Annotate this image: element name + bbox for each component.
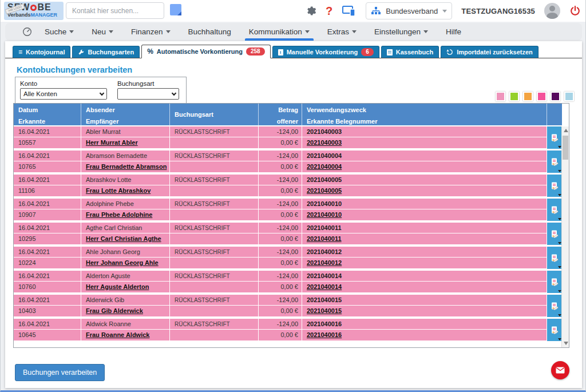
- legend-color-swatch[interactable]: [537, 92, 547, 101]
- edit-booking-button[interactable]: [547, 199, 562, 221]
- chevron-down-icon: [352, 30, 357, 33]
- edit-booking-button[interactable]: [547, 126, 562, 149]
- settings-gear-icon[interactable]: [305, 5, 316, 17]
- personennr-cell: 10295: [14, 233, 81, 244]
- person-link[interactable]: Frau Gib Alderwick: [86, 307, 143, 314]
- organization-selector: Bundesverband: [366, 2, 452, 19]
- tab-kontojournal[interactable]: ≡ Kontojournal: [13, 46, 70, 58]
- devices-icon[interactable]: [342, 5, 357, 17]
- belegnummer-cell: 2021040016: [302, 330, 547, 340]
- edit-booking-button[interactable]: [547, 295, 562, 317]
- belegnummer-cell: 2021040003: [302, 137, 547, 148]
- table-record: 16.04.2021 Abrashkov Lotte RÜCKLASTSCHRI…: [14, 175, 562, 196]
- note-icon[interactable]: [170, 4, 181, 15]
- record-row-2: 10557 Herr Murrat Abler 0,00 € 202104000…: [14, 137, 562, 148]
- konto-select[interactable]: Alle Konten: [20, 88, 107, 100]
- book-icon: [387, 49, 393, 56]
- person-link[interactable]: Herr Aguste Alderton: [86, 283, 149, 290]
- belegnummer-link[interactable]: 2021040016: [307, 331, 342, 338]
- betrag-cell: -124,00: [259, 295, 302, 305]
- contact-search: [66, 2, 164, 19]
- email-fab-button[interactable]: [551, 361, 569, 379]
- table-record: 16.04.2021 Abler Murrat RÜCKLASTSCHRIFT …: [14, 126, 562, 148]
- org-select[interactable]: Bundesverband: [386, 7, 447, 15]
- verwendungszweck-cell: 2021040016: [302, 319, 547, 329]
- table-record: 16.04.2021 Alderwick Gib RÜCKLASTSCHRIFT…: [14, 295, 562, 316]
- person-link[interactable]: Herr Murrat Abler: [86, 139, 138, 146]
- avatar[interactable]: [544, 3, 560, 19]
- menu-finanzen[interactable]: Finanzen: [126, 23, 176, 41]
- betrag-cell: -124,00: [259, 175, 302, 185]
- logout-power-icon[interactable]: [569, 5, 581, 17]
- legend-color-swatch[interactable]: [496, 92, 505, 101]
- record-row-2: 10403 Frau Gib Alderwick 0,00 € 20210400…: [14, 306, 562, 316]
- empfaenger-cell: Frau Roanne Aldwick: [81, 330, 170, 340]
- datum-cell: 16.04.2021: [14, 223, 81, 233]
- org-tree-icon[interactable]: [371, 6, 381, 15]
- chevron-down-icon: [100, 90, 104, 95]
- legend-color-swatch[interactable]: [564, 92, 574, 101]
- belegnummer-link[interactable]: 2021040003: [307, 139, 342, 146]
- record-row-1: 16.04.2021 Aldwick Roanne RÜCKLASTSCHRIF…: [14, 319, 562, 330]
- buchungsart-label: Buchungsart: [117, 80, 179, 87]
- table-record: 16.04.2021 Adolphine Phebe RÜCKLASTSCHRI…: [14, 199, 562, 220]
- buchungsart-select[interactable]: [117, 88, 179, 100]
- betrag-cell: -124,00: [259, 247, 302, 257]
- tab-kassenbuch[interactable]: Kassenbuch: [381, 46, 439, 58]
- person-link[interactable]: Frau Bernadette Abramson: [86, 163, 167, 170]
- scroll-down-icon[interactable]: [562, 339, 569, 347]
- edit-booking-button[interactable]: [547, 319, 562, 341]
- header-buchungsart: Buchungsart: [175, 110, 258, 118]
- help-icon[interactable]: ?: [326, 5, 332, 18]
- scrollbar-thumb[interactable]: [563, 136, 568, 160]
- belegnummer-link[interactable]: 2021040005: [307, 187, 342, 194]
- edit-booking-button[interactable]: [547, 175, 562, 197]
- belegnummer-link[interactable]: 2021040010: [307, 211, 342, 218]
- username-label: TESTZUGANG16535: [461, 7, 535, 15]
- menu-buchhaltung[interactable]: Buchhaltung: [183, 23, 236, 41]
- menu-neu[interactable]: Neu: [86, 23, 118, 41]
- menu-extras[interactable]: Extras: [322, 23, 362, 41]
- person-link[interactable]: Frau Roanne Aldwick: [86, 331, 149, 338]
- person-link[interactable]: Frau Phebe Adolphine: [86, 211, 152, 218]
- belegnummer-link[interactable]: 2021040011: [307, 235, 342, 242]
- process-bookings-button[interactable]: Buchungen verarbeiten: [15, 364, 105, 381]
- belegnummer-cell: 2021040011: [302, 233, 547, 244]
- personennr-cell: 10224: [14, 258, 81, 268]
- belegnummer-link[interactable]: 2021040015: [307, 307, 342, 314]
- person-link[interactable]: Herr Johann Georg Ahle: [86, 259, 159, 266]
- belegnummer-link[interactable]: 2021040014: [307, 283, 342, 290]
- tab-importdatei-zuruecksetzen[interactable]: Importdatei zurücksetzen: [441, 46, 539, 58]
- tab-buchungsarten[interactable]: Buchungsarten: [72, 46, 140, 58]
- belegnummer-cell: 2021040005: [302, 185, 547, 196]
- menu-kommunikation[interactable]: Kommunikation: [244, 23, 315, 41]
- tab-manuelle-vorkontierung[interactable]: i Manuelle Vorkontierung 6: [272, 46, 379, 58]
- edit-booking-button[interactable]: [547, 271, 562, 293]
- edit-booking-button[interactable]: [547, 151, 562, 173]
- org-select-value: Bundesverband: [386, 7, 438, 15]
- scroll-up-icon[interactable]: [562, 126, 569, 134]
- record-row-1: 16.04.2021 Abler Murrat RÜCKLASTSCHRIFT …: [14, 126, 562, 137]
- edit-booking-icon: [550, 302, 559, 311]
- edit-booking-button[interactable]: [547, 223, 562, 245]
- legend-color-swatch[interactable]: [551, 92, 560, 101]
- legend-color-swatch[interactable]: [509, 92, 519, 101]
- menu-suche[interactable]: Suche: [39, 23, 79, 41]
- app-logo: SEWBE VerbandsMANAGER IHR LOGO: [4, 2, 64, 20]
- search-input[interactable]: [72, 7, 161, 15]
- belegnummer-link[interactable]: 2021040004: [307, 163, 342, 170]
- undo-icon: [446, 49, 453, 56]
- datum-cell: 16.04.2021: [14, 271, 81, 281]
- belegnummer-link[interactable]: 2021040012: [307, 259, 342, 266]
- edit-booking-button[interactable]: [547, 247, 562, 269]
- dashboard-icon[interactable]: [22, 27, 32, 37]
- tab-automatische-vorkontierung[interactable]: % Automatische Vorkontierung 258: [141, 45, 271, 58]
- menu-hilfe[interactable]: Hilfe: [441, 23, 466, 41]
- betrag-cell: -124,00: [259, 271, 302, 281]
- person-link[interactable]: Frau Lotte Abrashkov: [86, 187, 151, 194]
- tabstrip: ≡ Kontojournal Buchungsarten % Automatis…: [5, 41, 582, 58]
- menu-einstellungen[interactable]: Einstellungen: [369, 23, 433, 41]
- person-link[interactable]: Herr Carl Christian Agthe: [86, 235, 161, 242]
- legend-color-swatch[interactable]: [523, 92, 533, 101]
- table-scrollbar[interactable]: [561, 126, 569, 347]
